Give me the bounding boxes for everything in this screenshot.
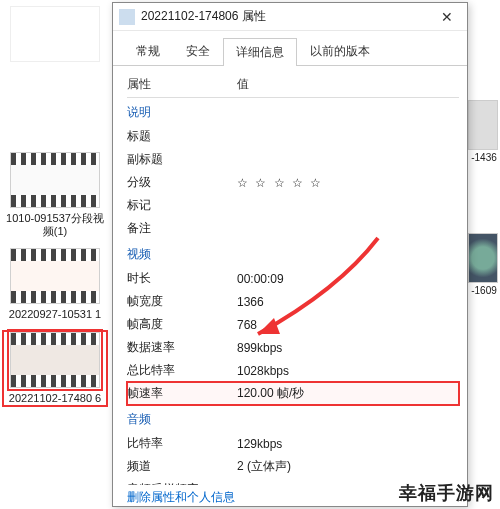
property-key: 标题 — [127, 128, 237, 145]
property-key: 标记 — [127, 197, 237, 214]
file-item[interactable]: -1609 — [468, 233, 500, 296]
file-icon — [119, 9, 135, 25]
tab-details[interactable]: 详细信息 — [223, 38, 297, 66]
property-row[interactable]: 标题 — [127, 125, 459, 148]
file-label: 20220927-10531 1 — [4, 308, 106, 321]
header-value: 值 — [237, 76, 459, 93]
property-row[interactable]: 时长00:00:09 — [127, 267, 459, 290]
property-key: 分级 — [127, 174, 237, 191]
property-row[interactable]: 标记 — [127, 194, 459, 217]
section-header: 说明 — [127, 98, 459, 125]
video-thumbnail — [10, 152, 100, 208]
property-row[interactable]: 比特率129kbps — [127, 432, 459, 455]
property-key: 数据速率 — [127, 339, 237, 356]
file-label: 20221102-17480 6 — [4, 392, 106, 405]
section-header: 音频 — [127, 405, 459, 432]
property-row[interactable]: 数据速率899kbps — [127, 336, 459, 359]
property-key: 时长 — [127, 270, 237, 287]
video-thumbnail — [468, 233, 498, 283]
column-headers: 属性 值 — [127, 72, 459, 98]
property-key: 频道 — [127, 458, 237, 475]
property-key: 帧高度 — [127, 316, 237, 333]
file-label: -1436 — [468, 152, 500, 163]
property-key: 总比特率 — [127, 362, 237, 379]
video-thumbnail — [10, 332, 100, 388]
property-row[interactable]: 频道2 (立体声) — [127, 455, 459, 478]
property-value: 899kbps — [237, 341, 459, 355]
properties-body[interactable]: 属性 值 说明标题副标题分级☆ ☆ ☆ ☆ ☆标记备注视频时长00:00:09帧… — [113, 66, 467, 485]
file-item[interactable]: -1436 — [468, 100, 500, 163]
header-property: 属性 — [127, 76, 237, 93]
property-key: 备注 — [127, 220, 237, 237]
property-value: 1366 — [237, 295, 459, 309]
property-key: 副标题 — [127, 151, 237, 168]
blank-thumb — [10, 6, 100, 62]
property-value: 768 — [237, 318, 459, 332]
dialog-title: 20221102-174806 属性 — [141, 8, 433, 25]
property-row[interactable]: 分级☆ ☆ ☆ ☆ ☆ — [127, 171, 459, 194]
file-list-right: -1436 -1609 — [468, 0, 500, 509]
property-row[interactable]: 副标题 — [127, 148, 459, 171]
section-header: 视频 — [127, 240, 459, 267]
property-key: 比特率 — [127, 435, 237, 452]
property-key: 帧速率 — [127, 385, 237, 402]
property-key: 帧宽度 — [127, 293, 237, 310]
property-value: 1028kbps — [237, 364, 459, 378]
file-label: 1010-091537分段视频(1) — [4, 212, 106, 238]
file-list: 1010-091537分段视频(1) 20220927-10531 1 2022… — [0, 0, 110, 509]
titlebar: 20221102-174806 属性 ✕ — [113, 3, 467, 31]
property-row[interactable]: 帧宽度1366 — [127, 290, 459, 313]
tab-previous-versions[interactable]: 以前的版本 — [297, 37, 383, 65]
video-thumbnail — [468, 100, 498, 150]
property-row[interactable]: 帧速率120.00 帧/秒 — [127, 382, 459, 405]
property-value: 2 (立体声) — [237, 458, 459, 475]
video-thumbnail — [10, 248, 100, 304]
property-row[interactable]: 帧高度768 — [127, 313, 459, 336]
property-value: 00:00:09 — [237, 272, 459, 286]
property-value: 129kbps — [237, 437, 459, 451]
property-value: 120.00 帧/秒 — [237, 385, 459, 402]
file-item[interactable]: 20220927-10531 1 — [4, 248, 106, 321]
property-value: ☆ ☆ ☆ ☆ ☆ — [237, 176, 459, 190]
file-item-selected[interactable]: 20221102-17480 6 — [4, 332, 106, 405]
property-row[interactable]: 总比特率1028kbps — [127, 359, 459, 382]
watermark: 幸福手游网 — [399, 481, 494, 505]
property-row[interactable]: 备注 — [127, 217, 459, 240]
close-button[interactable]: ✕ — [433, 6, 461, 28]
tab-security[interactable]: 安全 — [173, 37, 223, 65]
tab-strip: 常规 安全 详细信息 以前的版本 — [113, 31, 467, 66]
file-label: -1609 — [468, 285, 500, 296]
tab-general[interactable]: 常规 — [123, 37, 173, 65]
file-item[interactable]: 1010-091537分段视频(1) — [4, 152, 106, 238]
properties-dialog: 20221102-174806 属性 ✕ 常规 安全 详细信息 以前的版本 属性… — [112, 2, 468, 507]
